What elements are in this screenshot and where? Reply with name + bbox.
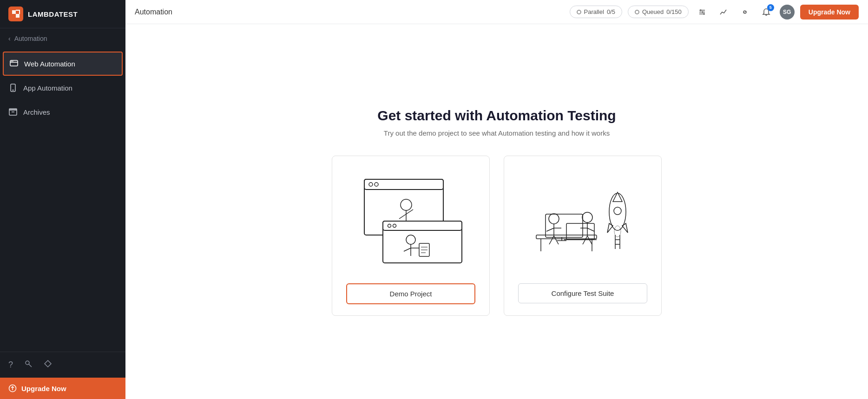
configure-illustration: [522, 170, 643, 272]
svg-line-52: [546, 228, 554, 231]
concurrency-icon: [698, 8, 706, 16]
cards-row: Demo Project: [246, 156, 748, 316]
sidebar-upgrade-bar[interactable]: Upgrade Now: [0, 378, 125, 399]
sidebar-logo: LAMBDATEST: [0, 0, 125, 28]
sidebar-upgrade-label: Upgrade Now: [21, 385, 66, 392]
notification-icon-btn[interactable]: 5: [758, 4, 774, 20]
svg-marker-63: [613, 192, 622, 202]
key-icon[interactable]: [24, 360, 33, 370]
avatar-initials: SG: [783, 9, 791, 15]
svg-marker-65: [607, 223, 613, 233]
sidebar-item-app-automation-label: App Automation: [23, 84, 72, 92]
parallel-dot: [577, 10, 581, 14]
sidebar-item-archives[interactable]: Archives: [0, 100, 125, 124]
sidebar-back-button[interactable]: ‹ Automation: [0, 28, 125, 49]
help-icon[interactable]: ?: [8, 360, 13, 370]
parallel-status: Parallel 0/5: [570, 6, 622, 18]
topbar-upgrade-button[interactable]: Upgrade Now: [800, 5, 859, 20]
svg-rect-7: [9, 110, 17, 115]
topbar: Automation Parallel 0/5 Queued 0/150: [125, 0, 868, 24]
svg-rect-31: [383, 221, 462, 230]
sidebar-nav: Web Automation App Automation Archives: [0, 49, 125, 352]
diamond-icon[interactable]: [44, 360, 52, 370]
svg-rect-0: [8, 7, 23, 21]
svg-point-3: [11, 61, 12, 62]
web-automation-icon: [9, 59, 19, 68]
app-automation-icon: [8, 83, 18, 92]
topbar-title: Automation: [135, 8, 562, 16]
upgrade-circle-icon: [8, 384, 17, 392]
sidebar-bottom-icons: ?: [0, 352, 125, 378]
sidebar-back-label: Automation: [14, 35, 47, 42]
svg-point-50: [549, 214, 559, 224]
demo-project-button[interactable]: Demo Project: [346, 283, 475, 304]
lambdatest-logo-icon: [8, 7, 23, 21]
svg-rect-45: [546, 214, 583, 237]
demo-illustration: [350, 170, 471, 272]
svg-point-4: [13, 61, 13, 62]
sidebar-item-web-automation-label: Web Automation: [24, 60, 75, 68]
svg-rect-21: [364, 179, 443, 190]
svg-marker-66: [622, 223, 628, 233]
main-subheading: Try out the demo project to see what Aut…: [246, 129, 748, 137]
user-avatar[interactable]: SG: [780, 5, 795, 20]
back-arrow-icon: ‹: [8, 35, 11, 42]
demo-project-card: Demo Project: [332, 156, 490, 316]
notification-badge: 5: [767, 4, 774, 11]
analytics-icon: [719, 8, 728, 16]
queued-label: Queued: [642, 8, 664, 15]
logo-text: LAMBDATEST: [28, 10, 78, 18]
svg-line-59: [587, 228, 594, 231]
main-panel: Automation Parallel 0/5 Queued 0/150: [125, 0, 868, 399]
main-heading: Get started with Automation Testing: [246, 108, 748, 124]
parallel-value: 0/5: [607, 8, 615, 15]
sidebar: LAMBDATEST ‹ Automation Web Automation: [0, 0, 125, 399]
svg-line-60: [583, 236, 587, 244]
concurrency-icon-btn[interactable]: [694, 4, 710, 20]
archives-icon: [8, 107, 18, 117]
svg-marker-12: [45, 360, 51, 367]
analytics-icon-btn[interactable]: [716, 4, 731, 20]
queued-value: 0/150: [666, 8, 682, 15]
center-panel: Get started with Automation Testing Try …: [218, 89, 776, 334]
queued-status: Queued 0/150: [628, 6, 689, 18]
topbar-controls: Parallel 0/5 Queued 0/150: [570, 4, 859, 20]
configure-test-suite-card: Configure Test Suite: [504, 156, 662, 316]
sidebar-item-app-automation[interactable]: App Automation: [0, 76, 125, 100]
svg-point-64: [614, 207, 621, 215]
sidebar-item-web-automation[interactable]: Web Automation: [3, 52, 123, 76]
svg-point-10: [26, 361, 29, 365]
svg-point-56: [582, 212, 592, 222]
sidebar-item-archives-label: Archives: [23, 108, 50, 116]
link-icon: [741, 8, 749, 16]
configure-test-suite-button[interactable]: Configure Test Suite: [518, 283, 647, 303]
main-content: Get started with Automation Testing Try …: [125, 24, 868, 399]
svg-line-61: [587, 236, 592, 244]
queued-dot: [635, 10, 639, 14]
svg-line-11: [29, 364, 32, 367]
link-icon-btn[interactable]: [737, 4, 753, 20]
parallel-label: Parallel: [584, 8, 604, 15]
